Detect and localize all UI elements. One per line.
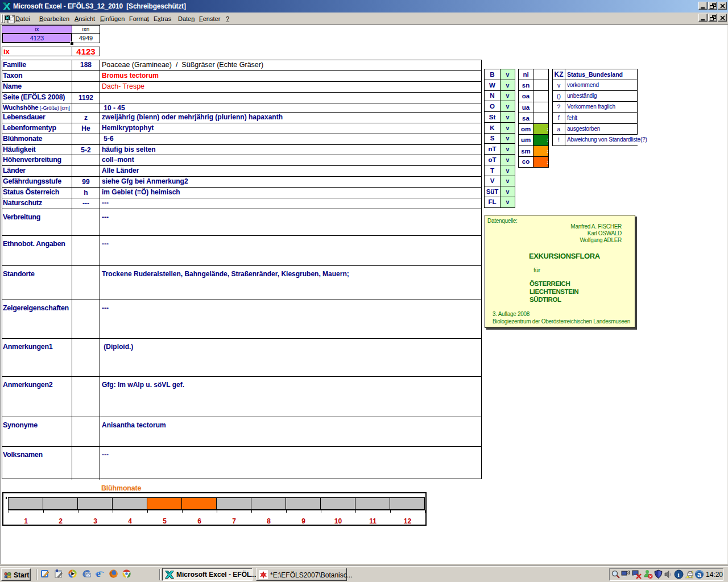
svg-text:i: i <box>678 571 680 578</box>
svg-text:a: a <box>697 571 701 579</box>
